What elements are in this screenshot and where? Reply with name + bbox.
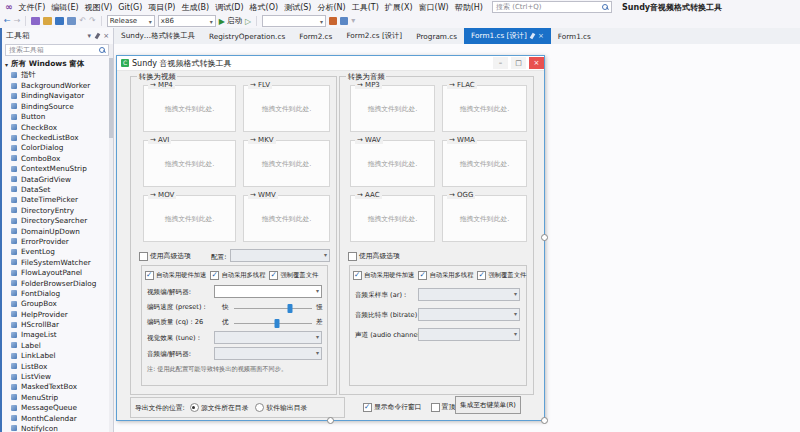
toolbox-item[interactable]: NotifyIcon bbox=[0, 423, 113, 432]
window-position-icon[interactable]: ▾ bbox=[88, 32, 92, 40]
resize-handle-bottom[interactable] bbox=[327, 417, 334, 424]
toolbox-search-input[interactable]: 搜索工具箱 bbox=[5, 44, 109, 56]
maximize-icon[interactable]: □ bbox=[511, 57, 526, 69]
toolbox-item[interactable]: DataSet bbox=[0, 184, 113, 194]
pin-icon[interactable] bbox=[530, 33, 536, 40]
toolbox-item[interactable]: ComboBox bbox=[0, 153, 113, 163]
toolbox-item[interactable]: MaskedTextBox bbox=[0, 382, 113, 392]
live-share-icon[interactable] bbox=[340, 17, 348, 25]
menu-item[interactable]: 文件(F) bbox=[16, 2, 49, 13]
toolbox-item[interactable]: ListBox bbox=[0, 361, 113, 371]
solution-platform-dropdown[interactable]: x86▾ bbox=[158, 15, 216, 27]
menu-item[interactable]: 分析(N) bbox=[314, 2, 348, 13]
use-advanced-options-checkbox[interactable]: 使用高级选项 bbox=[139, 251, 191, 261]
toolbox-item[interactable]: MessageQueue bbox=[0, 403, 113, 413]
format-drop-zone[interactable]: → WAV 拖拽文件到此处. bbox=[350, 140, 435, 187]
advanced-option-checkbox[interactable]: 自动采用多线程 bbox=[210, 271, 265, 280]
toolbox-item[interactable]: FlowLayoutPanel bbox=[0, 267, 113, 277]
designed-form[interactable]: C Sundy 音视频格式转换工具 – □ × 转换为视频 bbox=[116, 55, 545, 421]
toolbox-item[interactable]: FontDialog bbox=[0, 288, 113, 298]
toolbox-item[interactable]: ErrorProvider bbox=[0, 236, 113, 246]
tune-dropdown[interactable] bbox=[214, 331, 322, 344]
menu-item[interactable]: Git(G) bbox=[115, 3, 145, 12]
toolbox-item[interactable]: DomainUpDown bbox=[0, 226, 113, 236]
toolbox-item[interactable]: CheckBox bbox=[0, 122, 113, 132]
advanced-option-checkbox[interactable]: 自动采用硬件加速 bbox=[353, 271, 414, 280]
save-all-icon[interactable] bbox=[67, 17, 76, 25]
close-icon[interactable]: × bbox=[538, 32, 544, 40]
toolbox-item[interactable]: 指针 bbox=[0, 70, 113, 80]
toolbox-item[interactable]: HelpProvider bbox=[0, 309, 113, 319]
format-drop-zone[interactable]: → AVI 拖拽文件到此处. bbox=[143, 140, 236, 187]
menu-item[interactable]: 视图(V) bbox=[82, 2, 116, 13]
toolbox-item[interactable]: GroupBox bbox=[0, 299, 113, 309]
toolbox-item[interactable]: ListView bbox=[0, 371, 113, 381]
start-debugging-button[interactable]: ▶ 启动 bbox=[219, 16, 242, 26]
start-without-debugging-icon[interactable]: ▷ bbox=[245, 17, 251, 26]
output-location-radio[interactable]: 源文件所在目录 bbox=[190, 403, 249, 413]
forms-designer-surface[interactable]: C Sundy 音视频格式转换工具 – □ × 转换为视频 bbox=[114, 44, 800, 432]
preset-slider[interactable] bbox=[234, 308, 312, 309]
toolbox-item[interactable]: Label bbox=[0, 340, 113, 350]
document-tab[interactable]: Form2.cs × bbox=[292, 28, 339, 44]
minimize-icon[interactable]: – bbox=[493, 57, 508, 69]
toolbox-item[interactable]: EventLog bbox=[0, 247, 113, 257]
format-drop-zone[interactable]: → MP4 拖拽文件到此处. bbox=[143, 85, 236, 132]
toolbox-item[interactable]: DirectoryEntry bbox=[0, 205, 113, 215]
video-codec-dropdown[interactable] bbox=[214, 285, 322, 298]
document-tab[interactable]: RegistryOperation.cs × bbox=[202, 28, 292, 44]
toolbox-item[interactable]: MonthCalendar bbox=[0, 413, 113, 423]
redo-icon[interactable]: ↷ bbox=[89, 16, 96, 26]
document-tab[interactable]: Sundy…格式转换工具 × bbox=[114, 28, 202, 44]
format-drop-zone[interactable]: → MOV 拖拽文件到此处. bbox=[143, 195, 236, 242]
format-drop-zone[interactable]: → OGG 拖拽文件到此处. bbox=[442, 195, 527, 242]
navigate-back-icon[interactable]: ← bbox=[4, 16, 11, 26]
audio-codec-dropdown[interactable] bbox=[214, 347, 322, 360]
menu-item[interactable]: 调试(D) bbox=[212, 2, 246, 13]
advanced-option-checkbox[interactable]: 自动采用硬件加速 bbox=[145, 271, 206, 280]
toolbox-item[interactable]: Button bbox=[0, 112, 113, 122]
integrate-context-menu-button[interactable]: 集成至右键菜单(R) bbox=[455, 396, 521, 414]
toolbox-item[interactable]: DirectorySearcher bbox=[0, 215, 113, 225]
toolbox-item[interactable]: ColorDialog bbox=[0, 143, 113, 153]
document-tab[interactable]: Program.cs × bbox=[409, 28, 464, 44]
toolbox-item[interactable]: CheckedListBox bbox=[0, 132, 113, 142]
scrollbar-thumb[interactable] bbox=[109, 58, 113, 138]
toolbox-scrollbar[interactable] bbox=[109, 44, 113, 432]
toolbox-item[interactable]: DateTimePicker bbox=[0, 195, 113, 205]
resize-handle-corner[interactable] bbox=[541, 417, 548, 424]
document-tab[interactable]: Form1.cs × bbox=[551, 28, 598, 44]
channel-dropdown[interactable] bbox=[418, 328, 520, 341]
menu-item[interactable]: 窗口(W) bbox=[416, 2, 452, 13]
quick-search-box[interactable]: 搜索 (Ctrl+Q) bbox=[492, 1, 612, 13]
advanced-option-checkbox[interactable]: 强制覆盖文件 bbox=[269, 271, 318, 280]
profile-dropdown[interactable] bbox=[230, 249, 330, 262]
toolbox-item[interactable]: ContextMenuStrip bbox=[0, 164, 113, 174]
toolbox-item[interactable]: BackgroundWorker bbox=[0, 80, 113, 90]
menu-item[interactable]: 帮助(H) bbox=[452, 2, 486, 13]
menu-item[interactable]: 工具(T) bbox=[349, 2, 382, 13]
solution-configuration-dropdown[interactable]: Release▾ bbox=[107, 15, 155, 27]
document-tab[interactable]: Form1.cs [设计] × bbox=[464, 28, 551, 44]
format-drop-zone[interactable]: → MP3 拖拽文件到此处. bbox=[350, 85, 435, 132]
menu-item[interactable]: 生成(B) bbox=[178, 2, 212, 13]
resize-handle-right[interactable] bbox=[541, 234, 548, 241]
toolbox-item[interactable]: FileSystemWatcher bbox=[0, 257, 113, 267]
toolbox-item[interactable]: LinkLabel bbox=[0, 351, 113, 361]
format-drop-zone[interactable]: → FLAC 拖拽文件到此处. bbox=[442, 85, 527, 132]
format-drop-zone[interactable]: → FLV 拖拽文件到此处. bbox=[243, 85, 330, 132]
document-tab[interactable]: Form2.cs [设计] × bbox=[339, 28, 409, 44]
slider-thumb[interactable] bbox=[288, 304, 293, 313]
menu-item[interactable]: 项目(P) bbox=[145, 2, 178, 13]
more-tools-icon[interactable]: ▾ bbox=[351, 16, 355, 26]
bitrate-dropdown[interactable] bbox=[418, 308, 520, 321]
slider-thumb[interactable] bbox=[274, 319, 279, 328]
toolbox-item[interactable]: BindingNavigator bbox=[0, 91, 113, 101]
toolbox-item[interactable]: HScrollBar bbox=[0, 319, 113, 329]
output-location-radio[interactable]: 软件输出目录 bbox=[255, 403, 307, 413]
format-drop-zone[interactable]: → MKV 拖拽文件到此处. bbox=[243, 140, 330, 187]
toolbar-combo-empty[interactable]: ▾ bbox=[262, 15, 326, 27]
feedback-icon[interactable] bbox=[329, 17, 337, 25]
toolbox-item[interactable]: DataGridView bbox=[0, 174, 113, 184]
format-drop-zone[interactable]: → AAC 拖拽文件到此处. bbox=[350, 195, 435, 242]
